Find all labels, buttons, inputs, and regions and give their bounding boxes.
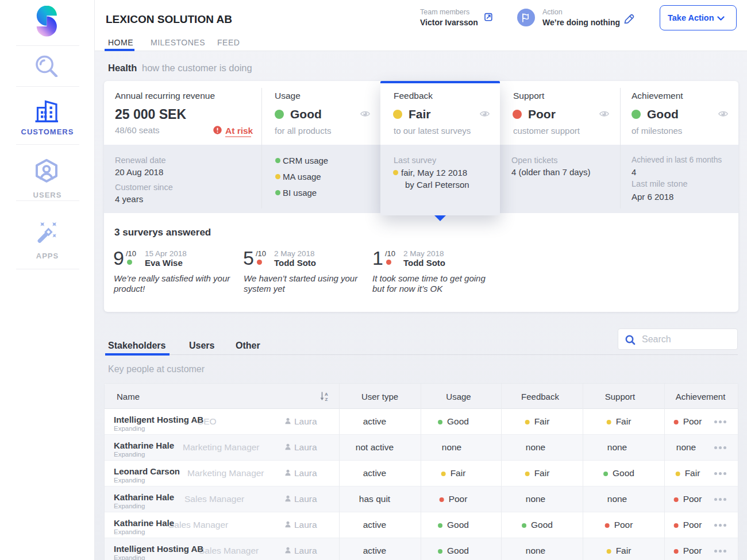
svg-text:A: A (325, 392, 328, 397)
svg-text:Z: Z (325, 397, 328, 402)
